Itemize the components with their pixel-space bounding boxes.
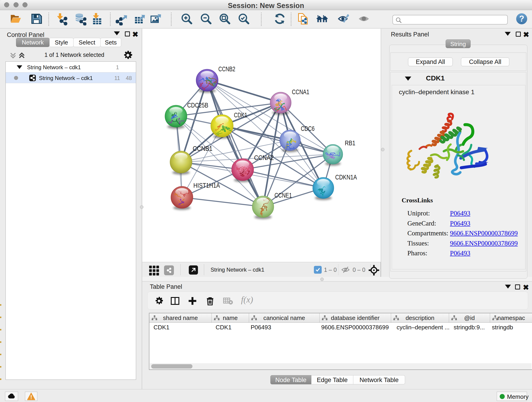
svg-text:CCNA2: CCNA2 (254, 154, 274, 161)
svg-text:HIST1H1A: HIST1H1A (193, 182, 220, 189)
svg-text:CCNB1: CCNB1 (193, 145, 212, 152)
svg-text:CDC6: CDC6 (301, 125, 315, 132)
svg-text:CDKN1A: CDKN1A (335, 173, 357, 181)
svg-text:CDC25B: CDC25B (187, 102, 208, 109)
svg-text:CCNE1: CCNE1 (274, 191, 292, 199)
svg-text:CCNB2: CCNB2 (218, 65, 235, 73)
svg-text:CCNA1: CCNA1 (292, 88, 309, 96)
svg-text:RB1: RB1 (345, 139, 355, 147)
svg-text:CDK1: CDK1 (234, 111, 247, 119)
